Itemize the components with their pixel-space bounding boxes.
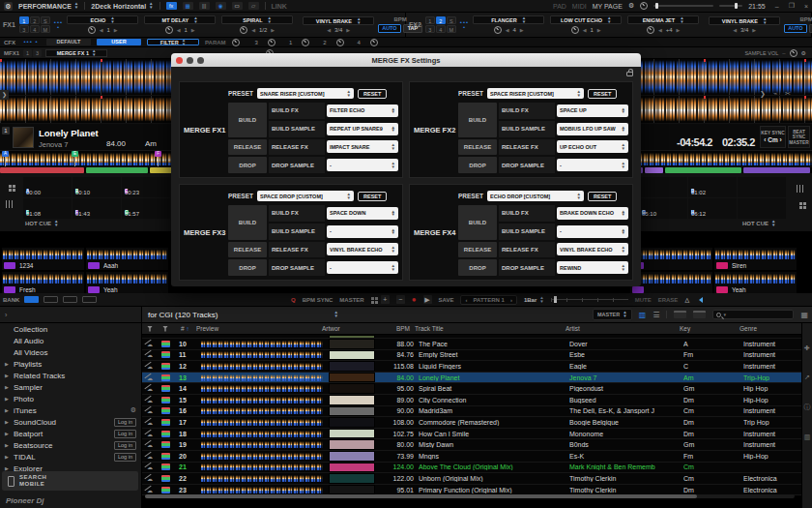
track-preview-waveform[interactable]: [201, 452, 323, 461]
beat-left-arrow[interactable]: ◀: [583, 27, 587, 33]
sampler-pad[interactable]: [88, 262, 100, 269]
hot-cue-pad[interactable]: G01:57: [122, 198, 170, 219]
sampler-pad[interactable]: [4, 262, 15, 269]
filter-2-icon[interactable]: [162, 326, 168, 332]
col-artwork[interactable]: Artwor: [322, 325, 372, 332]
col-genre[interactable]: Genre: [740, 325, 801, 332]
bank-3-button[interactable]: [63, 296, 77, 303]
drop-sample-select[interactable]: -▲▼: [327, 261, 398, 274]
cfx-user-button[interactable]: USER: [97, 39, 141, 45]
waveform-expand-icon[interactable]: ❯: [0, 90, 9, 100]
track-preview-waveform[interactable]: [201, 474, 323, 483]
bpm-auto-button[interactable]: AUTO: [378, 24, 400, 33]
reset-button[interactable]: RESET: [358, 89, 387, 99]
hot-cue-marker[interactable]: E: [72, 151, 78, 157]
drop-sample-select[interactable]: -▲▼: [327, 159, 398, 171]
build-fx-select[interactable]: FILTER ECHO▲▼: [327, 105, 398, 117]
cfx-knob[interactable]: [370, 39, 378, 46]
tree-arrow-icon[interactable]: ▶: [5, 361, 11, 367]
deck1-pad-mode-select[interactable]: HOT CUE▲▼: [25, 220, 58, 226]
build-sample-select[interactable]: -▲▼: [557, 225, 628, 238]
deck2-beat-sync[interactable]: BEAT SYNC MASTER: [788, 126, 810, 148]
col-key[interactable]: Key: [680, 325, 740, 332]
beat-right-arrow[interactable]: ▶: [677, 27, 681, 33]
track-preview-waveform[interactable]: [201, 340, 323, 348]
sidebar-item[interactable]: ▶ Beatport Log in: [0, 428, 141, 439]
deck2-pad-mode-select[interactable]: HOT CUE▲▼: [742, 220, 775, 226]
hot-cue-pad[interactable]: G05:10: [639, 198, 687, 219]
fx-select[interactable]: SPIRAL▲▼: [221, 15, 293, 24]
mode-select[interactable]: PERFORMANCE▲▼: [18, 2, 78, 9]
release-fx-select[interactable]: VINYL BRAKE ECHO▲▼: [327, 243, 398, 255]
track-row[interactable]: ☁ 18 102.75 How Can I Smile Mononome Dm …: [142, 429, 801, 440]
sidebar-item[interactable]: ▶ SoundCloud Log in: [0, 416, 141, 428]
laptop-icon[interactable]: ▱: [248, 2, 259, 10]
beat-left-arrow[interactable]: ◀: [100, 27, 103, 33]
fx-assign-button[interactable]: 1: [19, 16, 29, 24]
tree-arrow-icon[interactable]: ▶: [5, 373, 11, 378]
tree-arrow-icon[interactable]: ▶: [5, 407, 11, 413]
search-mobile-button[interactable]: SEARCHMOBILE: [2, 471, 138, 491]
browser-grid-icon[interactable]: ▦: [800, 311, 808, 319]
cfx-default-button[interactable]: DEFAULT: [46, 39, 91, 45]
release-fx-select[interactable]: UP ECHO OUT▲▼: [557, 140, 628, 153]
reset-button[interactable]: RESET: [588, 192, 617, 201]
sampler-pad[interactable]: [632, 286, 644, 293]
dialog-titlebar[interactable]: MERGE FX Settings: [171, 53, 641, 67]
track-row[interactable]: ☁ 19 80.00 Misty Dawn B0nds Gm Instrumen…: [142, 439, 801, 451]
keyboard-view-2-icon[interactable]: [693, 311, 706, 318]
sampler-slot[interactable]: Aaah: [86, 248, 168, 270]
horizontal-scrollbar[interactable]: [145, 494, 795, 498]
bank-4-button[interactable]: [82, 296, 97, 303]
fx-assign-button[interactable]: M: [41, 25, 50, 33]
track-preview-waveform[interactable]: [201, 350, 323, 359]
beat-right-arrow[interactable]: ▶: [597, 27, 601, 33]
quantize-button[interactable]: Q: [291, 297, 296, 303]
reset-button[interactable]: RESET: [588, 89, 617, 99]
track-preview-waveform[interactable]: [201, 430, 323, 438]
sidebar-item[interactable]: ▶ TIDAL Log in: [0, 451, 141, 463]
close-button[interactable]: ×: [804, 3, 808, 10]
build-fx-select[interactable]: SPACE UP▲▼: [557, 105, 628, 117]
beat-left-arrow[interactable]: ◀: [327, 27, 331, 33]
sidebar-item[interactable]: All Videos: [0, 346, 141, 358]
fx-select[interactable]: ECHO▲▼: [67, 15, 138, 24]
beat-right-arrow[interactable]: ▶: [520, 27, 524, 33]
fx-select[interactable]: LOW CUT ECHO▲▼: [550, 15, 622, 24]
build-sample-select[interactable]: MOBIUS LFO UP SAW▲▼: [557, 123, 628, 135]
track-preview-waveform[interactable]: [201, 396, 323, 404]
col-artist[interactable]: Artist: [566, 325, 680, 332]
fx-knob[interactable]: [571, 26, 579, 34]
sampler-slot[interactable]: [630, 272, 712, 294]
bpm-sync-button[interactable]: BPM SYNC: [303, 297, 334, 303]
split-screen-icon[interactable]: ▭: [232, 2, 243, 10]
playlist-select[interactable]: for CGI (120 Tracks)▲▼: [142, 311, 432, 319]
fx-select[interactable]: FLANGER▲▼: [473, 15, 544, 24]
bpm-tap-button[interactable]: TAP: [809, 24, 812, 33]
tree-arrow-icon[interactable]: ▶: [5, 454, 11, 460]
build-fx-select[interactable]: BRAKE DOWN ECHO▲▼: [557, 207, 628, 220]
sampler-slot[interactable]: [630, 248, 712, 270]
fx-knob[interactable]: [647, 26, 654, 34]
tree-arrow-icon[interactable]: ▶: [5, 384, 11, 390]
hot-cue-pad[interactable]: [639, 177, 687, 197]
fx-assign-button[interactable]: S: [447, 16, 456, 24]
sidebar-item[interactable]: ▶ iTunes ⚙: [0, 404, 141, 416]
midi-tab[interactable]: MIDI: [572, 3, 587, 10]
tree-arrow-icon[interactable]: ▶: [5, 431, 11, 436]
sampler-slot[interactable]: 1234: [2, 248, 84, 270]
link-button[interactable]: LINK: [272, 3, 287, 10]
eq-bars-icon[interactable]: [6, 200, 14, 208]
tree-arrow-icon[interactable]: ▶: [5, 396, 11, 402]
track-row[interactable]: ☁ 22 122.00 Unborn (Original Mix) Timoth…: [142, 473, 801, 485]
tree-arrow-icon[interactable]: ▶: [5, 442, 11, 448]
track-preview-waveform[interactable]: [201, 362, 323, 371]
beat-right-arrow[interactable]: ▶: [114, 27, 118, 33]
sidebar-item[interactable]: All Audio: [0, 335, 141, 346]
preset-select[interactable]: SNARE RISER [CUSTOM]▲▼: [257, 88, 354, 99]
pad-tab[interactable]: PAD: [553, 3, 566, 10]
fx-knob[interactable]: [165, 26, 173, 34]
eq-bars-icon[interactable]: [797, 185, 804, 193]
sidebar-item[interactable]: ▶ Beatsource Log in: [0, 439, 141, 451]
fx-assign-button[interactable]: M: [447, 25, 456, 33]
